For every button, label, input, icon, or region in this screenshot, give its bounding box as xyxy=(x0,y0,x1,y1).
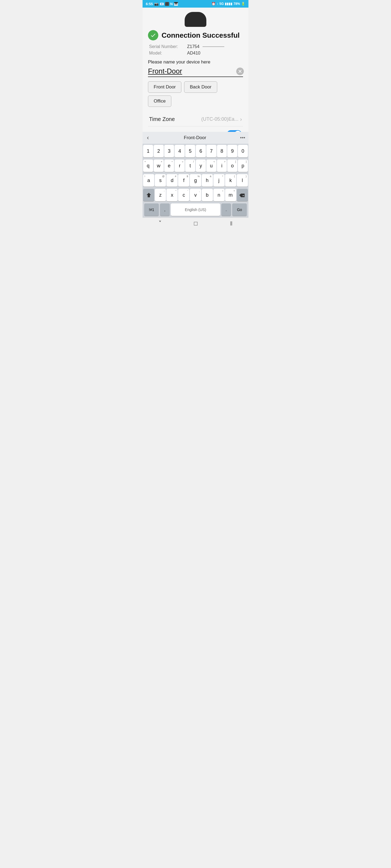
key-p[interactable]: ]p xyxy=(238,159,248,172)
nav-down-arrow[interactable]: ˅ xyxy=(153,218,167,229)
key-f[interactable]: $f xyxy=(178,174,189,187)
notification-icons: 📷 📧 ⬛ N 🎹 xyxy=(154,2,178,6)
key-n[interactable]: !n xyxy=(214,189,225,201)
key-k[interactable]: (k xyxy=(225,174,236,187)
key-0[interactable]: 0 xyxy=(238,145,248,157)
timezone-value-row: (UTC-05:00)Ea... › xyxy=(201,116,242,122)
keyboard-typed-text: Front-Door xyxy=(184,135,206,141)
key-l[interactable]: )l xyxy=(237,174,248,187)
keyboard-more-button[interactable]: ••• xyxy=(240,135,245,141)
battery: 78% xyxy=(233,2,240,6)
key-q[interactable]: +q xyxy=(143,159,153,172)
zxcv-row: -z "x 'c ,v b !n ?m xyxy=(143,188,248,203)
key-j[interactable]: *j xyxy=(214,174,225,187)
key-g[interactable]: %g xyxy=(190,174,201,187)
key-z[interactable]: -z xyxy=(155,189,166,201)
device-name-row xyxy=(148,67,243,77)
serial-row: Serial Number: Z1754 xyxy=(148,44,243,49)
keyboard: ‹ Front-Door ••• 1 2 3 4 5 6 7 8 9 0 +q … xyxy=(143,132,248,229)
device-shape xyxy=(185,12,206,27)
nav-bar: ˅ □ ⦀ xyxy=(143,218,248,229)
keyboard-bottom-row: !#1 , English (US) . Go xyxy=(143,203,248,218)
serial-label: Serial Number: xyxy=(149,44,187,49)
main-content: Connection Successful Serial Number: Z17… xyxy=(143,8,248,145)
period-key[interactable]: . xyxy=(221,204,231,216)
key-x[interactable]: "x xyxy=(166,189,177,201)
key-a[interactable]: !a xyxy=(143,174,154,187)
signal-bars: ▮▮▮▮ xyxy=(225,2,232,6)
preset-row: Front Door Back Door Office xyxy=(148,82,243,107)
sync-icon: ↕ xyxy=(217,2,218,6)
key-y[interactable]: -y xyxy=(196,159,206,172)
keyboard-topbar: ‹ Front-Door ••• xyxy=(143,132,248,144)
key-b[interactable]: b xyxy=(202,189,213,201)
key-o[interactable]: [o xyxy=(227,159,237,172)
key-7[interactable]: 7 xyxy=(206,145,216,157)
device-image-area xyxy=(148,12,243,27)
model-row: Model: AD410 xyxy=(148,51,243,56)
key-e[interactable]: ÷e xyxy=(164,159,174,172)
key-2[interactable]: 2 xyxy=(154,145,164,157)
name-prompt: Please name your device here xyxy=(148,59,243,65)
key-h[interactable]: &h xyxy=(202,174,213,187)
time: 6:55 xyxy=(146,2,153,6)
nav-recent-button[interactable]: ⦀ xyxy=(225,218,238,229)
key-s[interactable]: @s xyxy=(155,174,166,187)
status-right: ⏰ ↕ 5G ▮▮▮▮ 78% 🔋 xyxy=(212,2,245,6)
key-5[interactable]: 5 xyxy=(185,145,195,157)
serial-value: Z1754 xyxy=(187,44,224,49)
backspace-key[interactable] xyxy=(237,189,248,201)
clear-input-button[interactable] xyxy=(236,67,244,75)
connection-success-row: Connection Successful xyxy=(148,30,243,40)
key-u[interactable]: <u xyxy=(206,159,216,172)
key-9[interactable]: 9 xyxy=(227,145,237,157)
key-c[interactable]: 'c xyxy=(178,189,189,201)
preset-front-door[interactable]: Front Door xyxy=(148,82,181,93)
model-label: Model: xyxy=(149,51,187,56)
key-m[interactable]: ?m xyxy=(225,189,236,201)
preset-back-door[interactable]: Back Door xyxy=(184,82,217,93)
comma-key[interactable]: , xyxy=(160,204,170,216)
key-1[interactable]: 1 xyxy=(143,145,153,157)
timezone-label: Time Zone xyxy=(149,116,175,122)
battery-icon: 🔋 xyxy=(241,2,245,6)
key-v[interactable]: ,v xyxy=(190,189,201,201)
key-r[interactable]: =r xyxy=(175,159,185,172)
key-d[interactable]: #d xyxy=(166,174,177,187)
device-name-input[interactable] xyxy=(148,67,236,75)
nav-home-button[interactable]: □ xyxy=(189,218,203,229)
alarm-icon: ⏰ xyxy=(212,2,216,6)
key-3[interactable]: 3 xyxy=(164,145,174,157)
network-type: 5G xyxy=(219,2,224,6)
key-6[interactable]: 6 xyxy=(196,145,206,157)
timezone-row[interactable]: Time Zone (UTC-05:00)Ea... › xyxy=(148,112,243,126)
number-row: 1 2 3 4 5 6 7 8 9 0 xyxy=(143,144,248,158)
preset-office[interactable]: Office xyxy=(148,95,171,107)
status-left: 6:55 📷 📧 ⬛ N 🎹 xyxy=(146,2,178,6)
asdf-row: !a @s #d $f %g &h *j (k )l xyxy=(143,173,248,188)
keyboard-back-button[interactable]: ‹ xyxy=(146,133,150,143)
spacebar-key[interactable]: English (US) xyxy=(171,204,220,216)
key-t[interactable]: /t xyxy=(185,159,195,172)
key-w[interactable]: ×w xyxy=(154,159,164,172)
key-8[interactable]: 8 xyxy=(217,145,227,157)
success-icon xyxy=(148,30,158,40)
timezone-chevron: › xyxy=(240,116,242,122)
shift-key[interactable] xyxy=(143,189,154,201)
serial-mask xyxy=(202,46,224,47)
go-key[interactable]: Go xyxy=(232,204,247,216)
timezone-value: (UTC-05:00)Ea... xyxy=(201,116,239,122)
model-value: AD410 xyxy=(187,51,200,56)
symbols-key[interactable]: !#1 xyxy=(144,204,159,216)
key-4[interactable]: 4 xyxy=(175,145,185,157)
key-i[interactable]: >i xyxy=(217,159,227,172)
qwerty-row: +q ×w ÷e =r /t -y <u >i [o ]p xyxy=(143,158,248,173)
connection-title: Connection Successful xyxy=(162,31,240,40)
status-bar: 6:55 📷 📧 ⬛ N 🎹 ⏰ ↕ 5G ▮▮▮▮ 78% 🔋 xyxy=(143,0,248,8)
